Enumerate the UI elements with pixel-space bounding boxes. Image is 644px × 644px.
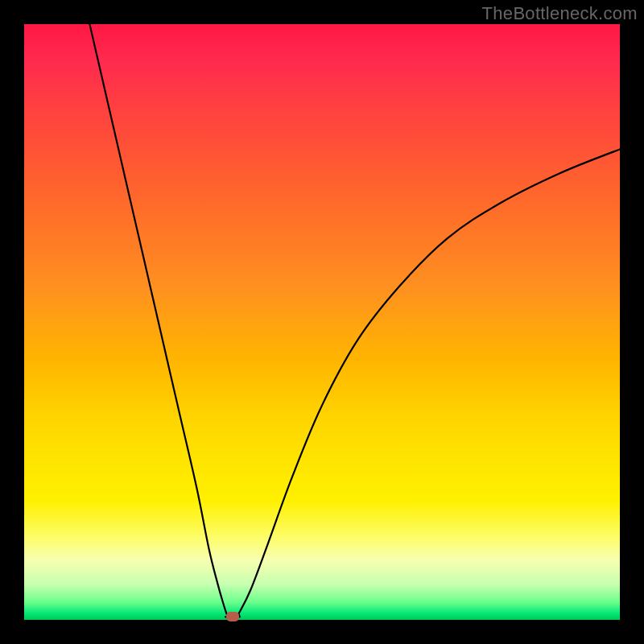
- chart-frame: TheBottleneck.com: [0, 0, 644, 644]
- watermark-text: TheBottleneck.com: [482, 3, 638, 24]
- bottleneck-curve: [24, 24, 620, 620]
- minimum-marker: [226, 612, 239, 621]
